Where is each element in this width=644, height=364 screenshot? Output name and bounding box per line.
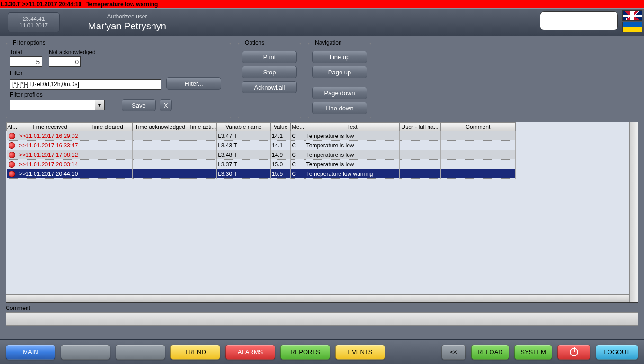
col-user[interactable]: User - full na... [399,123,440,131]
navigation-legend: Navigation [312,39,345,46]
alarm-msg: Temeperature low warning [86,1,158,8]
filter-options-panel: Filter options Total Not acknowledged Fi… [6,39,231,118]
chevron-down-icon[interactable]: ▼ [95,100,104,110]
alarm-dot-icon [9,133,15,139]
alarm-dot-icon [9,142,15,149]
events-button[interactable]: EVENTS [335,345,385,360]
user-label: Authorized user [88,13,166,20]
line-down-button[interactable]: Line down [312,102,367,114]
table-row[interactable]: >>11.01.2017 16:29:02L3.47.T14.1CTempera… [7,131,516,141]
alarm-top-bar: L3.30.T >>11.01.2017 20:44:10 Temeperatu… [0,0,644,8]
table-row[interactable]: >>11.01.2017 16:33:47L3.43.T14.1CTempera… [7,141,516,150]
alarm-dot-icon [9,171,15,177]
alarm-var: L3.30.T [1,1,20,8]
alarm-table[interactable]: Al... Time received Time cleared Time ac… [6,122,516,179]
navigation-panel: Navigation Line up Page up Page down Lin… [308,39,371,118]
col-time-active[interactable]: Time acti... [188,123,217,131]
back-button[interactable]: << [441,345,466,360]
scrollbar-vertical[interactable] [629,122,638,302]
user-info: Authorized user Mar'yan Petryshyn [88,13,166,32]
page-down-button[interactable]: Page down [312,87,367,99]
col-al[interactable]: Al... [7,123,18,131]
scrollbar-horizontal[interactable] [6,294,629,302]
header: 23:44:41 11.01.2017 Authorized user Mar'… [0,8,644,36]
profiles-combo[interactable]: ▼ [10,100,105,110]
clock-time: 23:44:41 [23,16,45,22]
alarm-dot-icon [9,161,15,168]
col-text[interactable]: Text [305,123,399,131]
footer-blank-2[interactable] [116,345,165,360]
filter-label: Filter [10,70,227,76]
total-label: Total [10,49,42,55]
col-unit[interactable]: Me... [291,123,305,131]
main-button[interactable]: MAIN [6,345,55,360]
col-comment[interactable]: Comment [440,123,515,131]
footer-blank-1[interactable] [61,345,110,360]
comment-input[interactable] [6,312,638,326]
trend-button[interactable]: TREND [170,345,220,360]
clear-button[interactable]: X [160,99,172,111]
clock-date: 11.01.2017 [19,22,48,29]
reports-button[interactable]: REPORTS [280,345,330,360]
logout-button[interactable]: LOGOUT [596,345,638,360]
options-legend: Options [242,39,267,46]
options-panel: Options Print Stop Acknowl.all [238,39,301,118]
col-value[interactable]: Value [270,123,291,131]
filter-input[interactable] [10,79,161,90]
table-row[interactable]: >>11.01.2017 20:44:10L3.30.T15.5CTemeper… [7,169,516,179]
flag-uk-icon[interactable] [622,10,642,21]
total-input[interactable] [10,56,42,67]
system-button[interactable]: SYSTEM [514,345,552,360]
reload-button[interactable]: RELOAD [471,345,509,360]
power-button[interactable] [557,345,590,360]
col-variable[interactable]: Variable name [217,123,271,131]
alarm-dot-icon [9,152,15,158]
save-button[interactable]: Save [122,99,156,111]
footer-bar: MAIN TREND ALARMS REPORTS EVENTS << RELO… [0,339,644,364]
col-time-received[interactable]: Time received [18,123,81,131]
alarms-button[interactable]: ALARMS [225,345,275,360]
table-row[interactable]: >>11.01.2017 17:08:12L3.48.T14.9CTempera… [7,150,516,160]
clock-box: 23:44:41 11.01.2017 [8,12,60,32]
user-name: Mar'yan Petryshyn [88,21,166,32]
filter-button[interactable]: Filter... [166,77,221,90]
col-time-ack[interactable]: Time acknowledged [132,123,188,131]
language-flags [622,10,642,32]
profiles-label: Filter profiles [10,91,227,98]
nack-label: Not acknowledged [49,49,96,55]
alarm-table-area: Al... Time received Time cleared Time ac… [6,122,638,303]
filter-options-legend: Filter options [10,39,48,46]
ack-all-button[interactable]: Acknowl.all [242,81,297,93]
line-up-button[interactable]: Line up [312,51,367,63]
nack-input[interactable] [49,56,81,67]
col-time-cleared[interactable]: Time cleared [81,123,133,131]
power-icon [570,348,578,356]
page-up-button[interactable]: Page up [312,66,367,78]
flag-ua-icon[interactable] [622,22,642,32]
stop-button[interactable]: Stop [242,66,297,78]
table-blank-area [516,131,629,302]
logo-box [540,11,618,30]
alarm-ts: >>11.01.2017 20:44:10 [22,1,81,8]
table-row[interactable]: >>11.01.2017 20:03:14L3.37.T15.0CTempera… [7,160,516,169]
comment-label: Comment [6,305,638,311]
print-button[interactable]: Print [242,51,297,63]
